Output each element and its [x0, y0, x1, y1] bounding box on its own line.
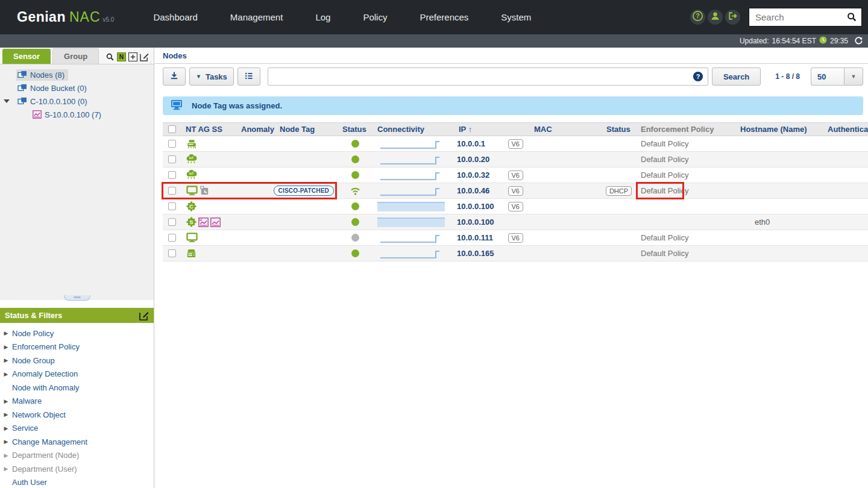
- row-checkbox[interactable]: [168, 171, 176, 179]
- ip-link[interactable]: 10.0.0.1: [457, 139, 485, 148]
- caret-right-icon: ▶: [0, 425, 12, 431]
- nav-item-dashboard[interactable]: Dashboard: [142, 6, 208, 28]
- page-size-dropdown-button[interactable]: ▼: [844, 67, 863, 86]
- help-icon: ?: [692, 10, 703, 24]
- tree-item[interactable]: S-10.0.0.100 (7): [0, 108, 154, 121]
- row-checkbox[interactable]: [168, 187, 176, 195]
- tree-item[interactable]: C-10.0.0.100 (0): [0, 95, 154, 108]
- filter-item-anomaly-detection[interactable]: ▶Anomaly Detection: [0, 368, 154, 381]
- ip-link[interactable]: 10.0.0.32: [457, 170, 489, 180]
- svg-text:C: C: [189, 203, 193, 210]
- caret-right-icon: ▶: [0, 411, 12, 418]
- column-header-status[interactable]: Status: [338, 125, 373, 134]
- row-checkbox[interactable]: [168, 202, 176, 210]
- select-all-checkbox[interactable]: [168, 125, 176, 133]
- ip-link[interactable]: 10.0.0.100: [457, 202, 494, 211]
- column-header-hostname-name-[interactable]: Hostname (Name): [735, 125, 823, 134]
- main-content: Nodes ▼ Tasks ? Search 1 - 8 / 8 50: [155, 48, 868, 488]
- filter-item-malware[interactable]: ▶Malware: [0, 395, 154, 408]
- column-header-authenticate[interactable]: Authenticate: [823, 125, 868, 134]
- refresh-button[interactable]: [854, 36, 863, 46]
- filter-item-network-object[interactable]: ▶Network Object: [0, 408, 154, 422]
- filter-item-auth-user[interactable]: Auth User: [0, 476, 154, 488]
- ip-link[interactable]: 10.0.0.100: [457, 217, 494, 227]
- caret-right-icon: ▶: [0, 439, 12, 445]
- global-search: [749, 8, 862, 27]
- nav-item-management[interactable]: Management: [219, 6, 294, 28]
- filter-item-node-with-anomaly[interactable]: Node with Anomaly: [0, 381, 154, 395]
- ipv6-badge: V6: [508, 233, 523, 243]
- ip-link[interactable]: 10.0.0.165: [457, 249, 494, 258]
- iot-icon: IoT: [186, 170, 197, 180]
- filter-item-label: Service: [12, 424, 38, 433]
- svg-text:H: H: [200, 218, 202, 222]
- caret-right-icon: ▶: [0, 344, 12, 350]
- nav-item-system[interactable]: System: [490, 6, 542, 28]
- tree-search-icon[interactable]: [105, 52, 115, 61]
- column-header-anomaly[interactable]: Anomaly: [236, 125, 275, 134]
- main-menu: DashboardManagementLogPolicyPreferencesS…: [137, 6, 547, 28]
- help-button[interactable]: ?: [690, 10, 705, 25]
- nav-item-policy[interactable]: Policy: [352, 6, 398, 28]
- search-icon[interactable]: [846, 11, 857, 25]
- filter-help-icon[interactable]: ?: [693, 71, 703, 84]
- ip-link[interactable]: 10.0.0.46: [457, 186, 489, 195]
- column-settings-button[interactable]: [237, 67, 260, 86]
- nav-item-log[interactable]: Log: [304, 6, 341, 28]
- tab-sensor[interactable]: Sensor: [2, 49, 51, 64]
- enforcement-policy-cell: Default Policy: [636, 170, 735, 180]
- column-header-connectivity[interactable]: Connectivity: [373, 125, 454, 134]
- column-header-status[interactable]: Status: [602, 125, 636, 134]
- column-header-node-tag[interactable]: Node Tag: [275, 125, 338, 134]
- enforcement-policy-cell: Default Policy: [636, 186, 735, 195]
- logout-button[interactable]: [725, 10, 740, 25]
- global-search-input[interactable]: [749, 8, 862, 27]
- search-button[interactable]: Search: [712, 67, 761, 86]
- user-button[interactable]: [708, 10, 723, 25]
- add-icon[interactable]: [128, 52, 137, 61]
- column-header-mac[interactable]: MAC: [529, 125, 602, 134]
- table-header: NT AG SSAnomalyNode TagStatusConnectivit…: [163, 122, 868, 136]
- ip-link[interactable]: 10.0.0.20: [457, 155, 489, 164]
- edit-icon[interactable]: [140, 52, 149, 61]
- filter-item-change-management[interactable]: ▶Change Management: [0, 435, 154, 449]
- refresh-icon: [854, 36, 863, 46]
- column-header-enforcement-policy[interactable]: Enforcement Policy: [636, 125, 735, 134]
- tasks-button[interactable]: ▼ Tasks: [189, 67, 234, 86]
- row-checkbox[interactable]: [168, 234, 176, 242]
- row-checkbox[interactable]: [168, 218, 176, 226]
- filters-edit-icon[interactable]: [139, 311, 149, 321]
- filter-item-department-user-[interactable]: ▶Department (User): [0, 462, 154, 476]
- row-checkbox[interactable]: [168, 155, 176, 163]
- tree-item[interactable]: Nodes (8): [0, 68, 154, 81]
- new-node-icon[interactable]: N: [117, 52, 126, 61]
- tree-caret-down-icon[interactable]: [0, 99, 13, 104]
- result-range: 1 - 8 / 8: [775, 72, 800, 81]
- page-size-value[interactable]: 50: [811, 67, 844, 86]
- top-navbar: Genian NAC v5.0 DashboardManagementLogPo…: [0, 0, 868, 34]
- filter-item-department-node-[interactable]: ▶Department (Node): [0, 449, 154, 463]
- node-filter-input[interactable]: [268, 67, 708, 86]
- tree-item-label: Node Bucket (0): [30, 84, 87, 93]
- filter-item-service[interactable]: ▶Service: [0, 422, 154, 436]
- brand-name: Genian: [17, 9, 66, 25]
- export-button[interactable]: [163, 67, 186, 86]
- tab-group[interactable]: Group: [52, 48, 99, 64]
- column-header-nt-ag-ss[interactable]: NT AG SS: [181, 125, 236, 134]
- connectivity-chart-step: [377, 248, 445, 259]
- ipv6-badge: V6: [508, 186, 523, 196]
- filter-item-enforcement-policy[interactable]: ▶Enforcement Policy: [0, 340, 154, 354]
- filter-item-node-group[interactable]: ▶Node Group: [0, 354, 154, 368]
- brand-logo[interactable]: Genian NAC v5.0: [17, 9, 114, 25]
- panel-resize-handle[interactable]: [64, 295, 90, 301]
- row-checkbox[interactable]: [168, 140, 176, 148]
- ip-link[interactable]: 10.0.0.111: [457, 233, 493, 242]
- row-checkbox[interactable]: [168, 249, 176, 257]
- column-header-ip[interactable]: IP ↑: [454, 125, 529, 134]
- tree-item[interactable]: Node Bucket (0): [0, 81, 154, 95]
- monitor-icon: [186, 233, 198, 243]
- logout-icon: [727, 10, 738, 24]
- touch-device-icon: [200, 186, 210, 196]
- nav-item-preferences[interactable]: Preferences: [409, 6, 479, 28]
- filter-item-node-policy[interactable]: ▶Node Policy: [0, 327, 154, 340]
